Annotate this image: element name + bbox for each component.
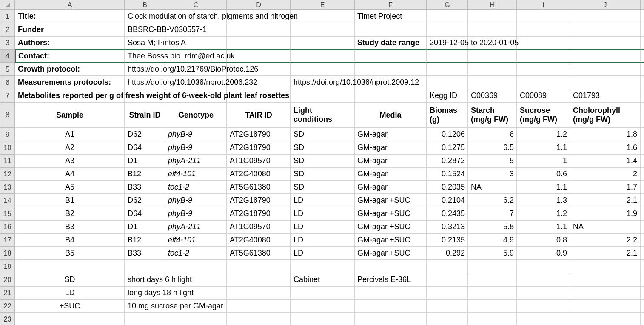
cell-D22[interactable] xyxy=(227,299,291,313)
cell-J23[interactable] xyxy=(570,313,640,325)
cell-J6[interactable] xyxy=(570,76,640,89)
cell-K9[interactable] xyxy=(640,128,644,141)
cell-G10[interactable]: 0.1275 xyxy=(427,141,468,154)
row-header-16[interactable]: 16 xyxy=(0,220,15,233)
cell-C12[interactable]: elf4-101 xyxy=(165,167,227,181)
cell-I23[interactable] xyxy=(517,313,570,325)
cell-K18[interactable] xyxy=(640,247,644,260)
cell-B6[interactable]: https://doi.org/10.1038/nprot.2006.232 xyxy=(125,76,165,89)
cell-B12[interactable]: B12 xyxy=(125,167,165,181)
cell-D20[interactable] xyxy=(227,273,291,286)
cell-F9[interactable]: GM-agar xyxy=(354,128,427,141)
cell-G20[interactable] xyxy=(427,273,468,286)
cell-E18[interactable]: LD xyxy=(291,247,354,260)
cell-C19[interactable] xyxy=(165,260,227,273)
cell-D17[interactable]: AT2G40080 xyxy=(227,233,291,247)
cell-A2[interactable]: Funder xyxy=(15,23,125,36)
cell-A22[interactable]: +SUC xyxy=(15,299,125,313)
cell-A1[interactable]: Title: xyxy=(15,10,125,23)
cell-H7[interactable]: C00369 xyxy=(468,89,517,102)
cell-K4[interactable] xyxy=(640,49,644,63)
cell-H6[interactable] xyxy=(468,76,517,89)
cell-I5[interactable] xyxy=(517,63,570,76)
cell-H17[interactable]: 4.9 xyxy=(468,233,517,247)
col-header-J[interactable]: J xyxy=(570,0,640,10)
cell-G19[interactable] xyxy=(427,260,468,273)
row-header-13[interactable]: 13 xyxy=(0,181,15,194)
row-header-8[interactable]: 8 xyxy=(0,102,15,128)
cell-A11[interactable]: A3 xyxy=(15,154,125,167)
cell-A20[interactable]: SD xyxy=(15,273,125,286)
cell-F23[interactable] xyxy=(354,313,427,325)
cell-A14[interactable]: B1 xyxy=(15,194,125,207)
cell-B8[interactable]: Strain ID xyxy=(125,102,165,128)
cell-I22[interactable] xyxy=(517,299,570,313)
cell-G11[interactable]: 0.2872 xyxy=(427,154,468,167)
cell-B15[interactable]: D64 xyxy=(125,207,165,220)
cell-C9[interactable]: phyB-9 xyxy=(165,128,227,141)
cell-E7[interactable] xyxy=(291,89,354,102)
cell-C10[interactable]: phyB-9 xyxy=(165,141,227,154)
cell-H9[interactable]: 6 xyxy=(468,128,517,141)
cell-G15[interactable]: 0.2435 xyxy=(427,207,468,220)
row-header-11[interactable]: 11 xyxy=(0,154,15,167)
cell-B11[interactable]: D1 xyxy=(125,154,165,167)
cell-H12[interactable]: 3 xyxy=(468,167,517,181)
cell-B19[interactable] xyxy=(125,260,165,273)
cell-H18[interactable]: 5.9 xyxy=(468,247,517,260)
select-all-corner[interactable] xyxy=(0,0,15,10)
col-header-E[interactable]: E xyxy=(291,0,354,10)
cell-B9[interactable]: D62 xyxy=(125,128,165,141)
cell-I13[interactable]: 1.1 xyxy=(517,181,570,194)
cell-F14[interactable]: GM-agar +SUC xyxy=(354,194,427,207)
cell-A16[interactable]: B3 xyxy=(15,220,125,233)
cell-B16[interactable]: D1 xyxy=(125,220,165,233)
cell-E1[interactable] xyxy=(291,10,354,23)
cell-C23[interactable] xyxy=(165,313,227,325)
cell-J18[interactable]: 2.1 xyxy=(570,247,640,260)
cell-D23[interactable] xyxy=(227,313,291,325)
cell-J19[interactable] xyxy=(570,260,640,273)
cell-E4[interactable] xyxy=(291,49,354,63)
cell-J8[interactable]: Cholorophyll (mg/g FW) xyxy=(570,102,640,128)
cell-G16[interactable]: 0.3213 xyxy=(427,220,468,233)
cell-I21[interactable] xyxy=(517,286,570,299)
row-header-1[interactable]: 1 xyxy=(0,10,15,23)
cell-G2[interactable] xyxy=(427,23,468,36)
cell-D15[interactable]: AT2G18790 xyxy=(227,207,291,220)
cell-K17[interactable] xyxy=(640,233,644,247)
col-header-B[interactable]: B xyxy=(125,0,165,10)
row-header-14[interactable]: 14 xyxy=(0,194,15,207)
cell-I19[interactable] xyxy=(517,260,570,273)
row-header-9[interactable]: 9 xyxy=(0,128,15,141)
cell-A5[interactable]: Growth protocol: xyxy=(15,63,125,76)
cell-J7[interactable]: C01793 xyxy=(570,89,640,102)
cell-A3[interactable]: Authors: xyxy=(15,36,125,49)
cell-G23[interactable] xyxy=(427,313,468,325)
cell-B1[interactable]: Clock modulation of starch, pigments and… xyxy=(125,10,165,23)
cell-I17[interactable]: 0.8 xyxy=(517,233,570,247)
cell-D4[interactable] xyxy=(227,49,291,63)
row-header-4[interactable]: 4 xyxy=(0,49,15,63)
cell-A13[interactable]: A5 xyxy=(15,181,125,194)
cell-K20[interactable] xyxy=(640,273,644,286)
row-header-22[interactable]: 22 xyxy=(0,299,15,313)
cell-E10[interactable]: SD xyxy=(291,141,354,154)
cell-A17[interactable]: B4 xyxy=(15,233,125,247)
row-header-18[interactable]: 18 xyxy=(0,247,15,260)
cell-G4[interactable] xyxy=(427,49,468,63)
col-header-D[interactable]: D xyxy=(227,0,291,10)
cell-G22[interactable] xyxy=(427,299,468,313)
cell-B4[interactable]: Thee Bosss bio_rdm@ed.ac.uk xyxy=(125,49,165,63)
cell-B13[interactable]: B33 xyxy=(125,181,165,194)
cell-E5[interactable] xyxy=(291,63,354,76)
col-header-I[interactable]: I xyxy=(517,0,570,10)
cell-H5[interactable] xyxy=(468,63,517,76)
cell-E11[interactable]: SD xyxy=(291,154,354,167)
cell-J2[interactable] xyxy=(570,23,640,36)
cell-B21[interactable]: long days 18 h light xyxy=(125,286,165,299)
cell-K16[interactable] xyxy=(640,220,644,233)
cell-E6[interactable]: https://doi.org/10.1038/nprot.2009.12 xyxy=(291,76,354,89)
col-header-K[interactable] xyxy=(640,0,644,10)
row-header-21[interactable]: 21 xyxy=(0,286,15,299)
